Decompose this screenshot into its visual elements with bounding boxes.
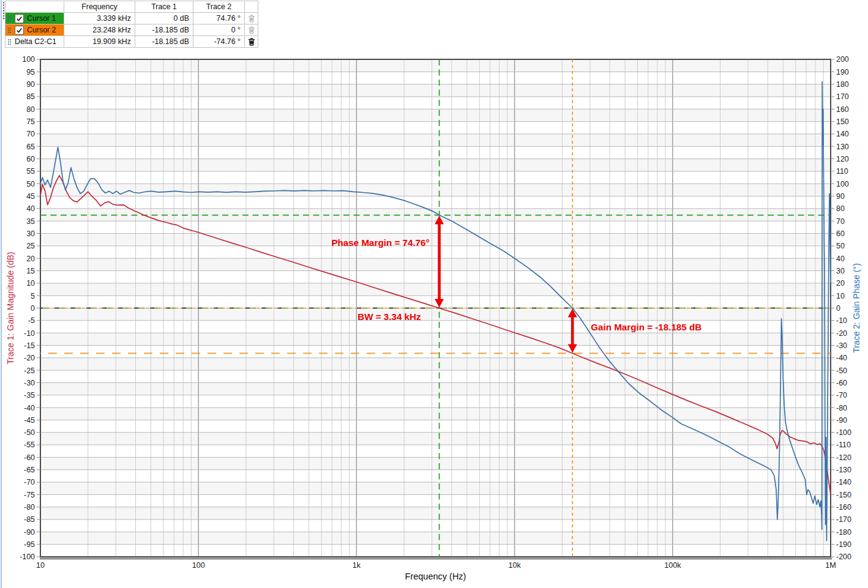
grid-band xyxy=(40,321,831,333)
right-tick-label: 120 xyxy=(836,155,849,163)
row-drag-handle-icon[interactable] xyxy=(7,27,12,34)
cursor1-label: Cursor 1 xyxy=(27,13,56,24)
left-tick-label: -45 xyxy=(24,416,35,425)
right-axis-title: Trace 2: Gain Phase (°) xyxy=(851,263,861,353)
delete-cursor1-button[interactable] xyxy=(247,14,256,23)
left-tick-label: 80 xyxy=(26,105,35,114)
left-tick-label: 10 xyxy=(26,279,35,288)
trash-icon xyxy=(247,26,256,34)
phase-margin-annotation: Phase Margin = 74.76° xyxy=(331,237,429,248)
bode-plot-canvas[interactable]: -100-95-90-85-80-75-70-65-60-55-50-45-40… xyxy=(0,54,868,588)
right-tick-label: 150 xyxy=(836,117,849,126)
row-drag-handle-icon[interactable] xyxy=(7,39,12,45)
right-tick-label: 80 xyxy=(836,204,845,213)
left-tick-label: 45 xyxy=(26,192,35,201)
left-tick-label: -55 xyxy=(24,441,35,449)
right-tick-label: -110 xyxy=(836,441,851,449)
grid-band xyxy=(40,382,831,395)
right-tick-label: 140 xyxy=(836,130,849,138)
cursor2-name-cell[interactable]: Cursor 2 xyxy=(6,24,64,36)
gain-margin-annotation: Gain Margin = -18.185 dB xyxy=(591,322,702,332)
delta-row-label: Delta C2-C1 xyxy=(15,36,56,48)
cursor1-name-cell[interactable]: Cursor 1 xyxy=(6,13,64,24)
right-tick-label: -100 xyxy=(836,428,851,437)
table-header-name xyxy=(6,1,64,13)
table-header-trace2: Trace 2 xyxy=(193,1,245,13)
network-analyzer-panel: { "cursor_table": { "headers": { "name":… xyxy=(0,0,868,588)
right-tick-label: 70 xyxy=(836,217,845,226)
right-tick-label: 40 xyxy=(836,255,845,263)
delta-frequency: 19.909 kHz xyxy=(64,36,135,48)
trash-icon xyxy=(247,37,256,46)
left-tick-label: -90 xyxy=(24,528,35,537)
right-tick-label: -190 xyxy=(836,540,851,549)
right-tick-label: -140 xyxy=(836,478,851,486)
left-tick-label: -100 xyxy=(20,553,35,561)
right-tick-label: 50 xyxy=(836,242,845,250)
right-tick-label: 60 xyxy=(836,229,845,238)
right-tick-label: -50 xyxy=(836,367,847,375)
cursor1-trace2-value: 74.76 ° xyxy=(193,13,245,24)
left-tick-label: 25 xyxy=(26,242,35,250)
left-tick-label: -70 xyxy=(24,478,35,486)
right-tick-label: 0 xyxy=(836,304,840,313)
left-tick-label: 30 xyxy=(26,229,35,238)
right-tick-label: -70 xyxy=(836,391,847,400)
check-icon xyxy=(16,27,23,34)
grid-band xyxy=(40,246,831,258)
grid-band xyxy=(40,470,831,482)
x-tick-label: 100k xyxy=(664,561,681,570)
left-tick-label: -5 xyxy=(28,316,35,325)
cursor2-checkbox[interactable] xyxy=(15,26,24,35)
grid-band xyxy=(40,507,831,519)
left-axis-title: Trace 1: Gain Magnitude (dB) xyxy=(6,252,15,365)
cursor1-frequency[interactable]: 3.339 kHz xyxy=(64,13,135,24)
left-tick-label: 65 xyxy=(26,143,35,151)
cursor2-trace2-value: 0 ° xyxy=(193,24,245,36)
right-tick-label: 110 xyxy=(836,167,848,176)
left-tick-label: -50 xyxy=(24,428,35,437)
grid-band xyxy=(40,134,831,146)
left-tick-label: -60 xyxy=(24,453,35,462)
delete-delta-button[interactable] xyxy=(247,37,256,46)
grid-band xyxy=(40,494,831,507)
right-tick-label: -20 xyxy=(836,329,847,338)
grid-band xyxy=(40,184,831,196)
right-tick-label: 190 xyxy=(836,68,849,76)
grid-band xyxy=(40,532,831,544)
row-drag-handle-icon[interactable] xyxy=(7,15,12,22)
check-icon xyxy=(16,15,23,22)
right-tick-label: -80 xyxy=(836,404,847,412)
delete-cursor2-button[interactable] xyxy=(247,26,256,34)
cursor2-delete-cell xyxy=(245,24,258,36)
delta-trace1-value: -18.185 dB xyxy=(135,36,193,48)
delta-row-name-cell[interactable]: Delta C2-C1 xyxy=(6,36,64,48)
grid-band xyxy=(40,358,831,370)
right-tick-label: -180 xyxy=(836,528,851,537)
right-tick-label: 30 xyxy=(836,267,845,275)
grid-band xyxy=(40,420,831,432)
right-tick-label: -130 xyxy=(836,466,851,474)
grid-band xyxy=(40,84,831,97)
grid-band xyxy=(40,59,831,72)
grid-band xyxy=(40,408,831,420)
cursor1-delete-cell xyxy=(245,13,258,24)
table-header-frequency: Frequency xyxy=(64,1,135,13)
delta-trace2-value: -74.76 ° xyxy=(193,36,245,48)
grid-band xyxy=(40,271,831,283)
cursor1-checkbox[interactable] xyxy=(15,14,24,23)
cursor2-frequency[interactable]: 23.248 kHz xyxy=(64,24,135,36)
right-tick-label: 90 xyxy=(836,192,845,201)
grid-band xyxy=(40,519,831,532)
right-tick-label: -90 xyxy=(836,416,847,425)
x-axis-title: Frequency (Hz) xyxy=(405,571,466,581)
grid-band xyxy=(40,122,831,134)
left-tick-label: 55 xyxy=(26,167,35,176)
right-tick-label: 180 xyxy=(836,80,849,89)
left-tick-label: 95 xyxy=(26,68,35,76)
grid-band xyxy=(40,97,831,109)
left-tick-label: 90 xyxy=(26,80,35,89)
grid-band xyxy=(40,283,831,296)
grid-band xyxy=(40,395,831,408)
grid-band xyxy=(40,433,831,445)
